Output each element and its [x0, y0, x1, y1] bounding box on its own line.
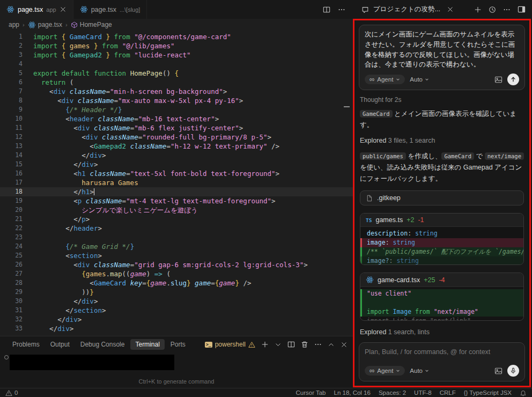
- panel-layout-icon[interactable]: [518, 5, 526, 13]
- code-line-24[interactable]: 24 {/* Game Grid */}: [0, 242, 353, 251]
- code-line-23[interactable]: 23: [0, 233, 353, 242]
- code-line-11[interactable]: 11 <div className="mb-6 flex justify-cen…: [0, 123, 353, 133]
- panel-tab-debug-console[interactable]: Debug Console: [76, 339, 130, 350]
- code-line-9[interactable]: 9 {/* Header */}: [0, 105, 353, 114]
- status-item-crlf[interactable]: CRLF: [440, 389, 456, 396]
- attach-image-icon[interactable]: [494, 367, 503, 375]
- status-item-cursor-tab[interactable]: Cursor Tab: [295, 389, 326, 396]
- diff-line: import Image from "next/image": [360, 307, 523, 317]
- status-item-ln-18-col-16[interactable]: Ln 18, Col 16: [334, 389, 371, 396]
- explored-summary[interactable]: Explored 3 files, 1 search: [360, 137, 524, 144]
- code-line-18[interactable]: 18 </h1>: [0, 187, 353, 196]
- code-token: [98, 42, 102, 50]
- code-line-2[interactable]: 2import { games } from "@/lib/games": [0, 41, 353, 50]
- code-token: }: [90, 288, 94, 296]
- status-item-utf-8[interactable]: UTF-8: [414, 389, 432, 396]
- panel-tab-ports[interactable]: Ports: [166, 339, 190, 350]
- code-line-33[interactable]: 33 </div>: [0, 324, 353, 333]
- editor-tab-page.tsx[interactable]: page.tsx...\[slug]: [73, 0, 147, 19]
- split-terminal-icon[interactable]: [287, 341, 295, 348]
- code-line-21[interactable]: 21 </p>: [0, 215, 353, 224]
- chat-input-box[interactable]: Plan, Build, / for commands, @ for conte…: [359, 342, 525, 381]
- diff-card-game-card.tsx[interactable]: game-card.tsx+25-4"use client" import Im…: [360, 273, 524, 321]
- code-line-15[interactable]: 15 </div>: [0, 160, 353, 169]
- attach-image-icon[interactable]: [494, 76, 503, 84]
- code-line-14[interactable]: 14 </div>: [0, 151, 353, 160]
- code-line-25[interactable]: 25 <section>: [0, 251, 353, 260]
- code-line-20[interactable]: 20 シンプルで楽しいミニゲームを遊ぼう: [0, 205, 353, 215]
- editor-tab-page.tsx[interactable]: page.tsxapp: [0, 0, 73, 19]
- code-line-10[interactable]: 10 <header className="mb-16 text-center"…: [0, 114, 353, 123]
- panel-tab-terminal[interactable]: Terminal: [130, 339, 164, 350]
- code-token: "lucide-react": [134, 51, 190, 59]
- code-line-17[interactable]: 17 harusara Games: [0, 178, 353, 187]
- kill-terminal-icon[interactable]: [301, 341, 308, 348]
- code-token: div: [65, 315, 78, 324]
- code-line-1[interactable]: 1import { GameCard } from "@/components/…: [0, 32, 353, 41]
- code-line-27[interactable]: 27 {games.map((game) => (: [0, 269, 353, 278]
- code-token: className: [86, 197, 122, 205]
- terminal-content[interactable]: Ctrl+K to generate command: [0, 351, 353, 388]
- history-icon[interactable]: [489, 6, 496, 13]
- code-line-30[interactable]: 30 </div>: [0, 297, 353, 306]
- split-editor-icon[interactable]: [323, 6, 330, 13]
- code-token: key: [130, 279, 143, 287]
- code-line-12[interactable]: 12 <div className="rounded-full bg-prima…: [0, 133, 353, 142]
- code-line-28[interactable]: 28 <GameCard key={game.slug} game={game}…: [0, 278, 353, 288]
- voice-button[interactable]: [507, 365, 519, 377]
- terminal-dropdown-icon[interactable]: [275, 341, 282, 348]
- diff-card-games.ts[interactable]: TSgames.ts+2-1description: stringimage: …: [360, 213, 524, 265]
- code-line-13[interactable]: 13 <Gamepad2 className="h-12 w-12 text-p…: [0, 142, 353, 151]
- thought-duration[interactable]: Thought for 2s: [360, 96, 524, 104]
- code-line-3[interactable]: 3import { Gamepad2 } from "lucide-react": [0, 50, 353, 60]
- model-selector[interactable]: Auto: [410, 76, 429, 83]
- code-token: <: [33, 115, 70, 123]
- chat-more-icon[interactable]: [503, 6, 511, 13]
- diff-card-header[interactable]: TSgames.ts+2-1: [360, 214, 523, 227]
- editor-more-icon[interactable]: [338, 6, 345, 13]
- tab-close-icon[interactable]: [60, 6, 66, 13]
- breadcrumb-item-HomePage[interactable]: HomePage: [71, 21, 112, 28]
- panel-header: ProblemsOutputDebug ConsoleTerminalPorts…: [0, 336, 353, 351]
- new-chat-icon[interactable]: [474, 6, 482, 13]
- breadcrumb-item-app[interactable]: app: [9, 21, 19, 28]
- code-line-31[interactable]: 31 </section>: [0, 306, 353, 315]
- agent-mode-pill[interactable]: ∞ Agent: [365, 366, 405, 376]
- panel-tab-problems[interactable]: Problems: [8, 339, 45, 350]
- code-line-32[interactable]: 32 </div>: [0, 315, 353, 324]
- send-button[interactable]: [507, 73, 519, 85]
- breadcrumb-item-page.tsx[interactable]: page.tsx: [28, 21, 62, 29]
- panel-tab-output[interactable]: Output: [46, 339, 75, 350]
- new-terminal-icon[interactable]: [261, 341, 269, 348]
- created-file-card[interactable]: .gitkeep: [360, 190, 524, 205]
- maximize-panel-icon[interactable]: [328, 341, 335, 348]
- status-item--typescript-jsx[interactable]: {} TypeScript JSX: [464, 389, 512, 396]
- agent-mode-pill[interactable]: ∞ Agent: [365, 75, 405, 84]
- code-line-26[interactable]: 26 <div className="grid gap-6 sm:grid-co…: [0, 260, 353, 269]
- terminal-shell-item[interactable]: >_ powershell: [205, 341, 255, 348]
- close-panel-icon[interactable]: [341, 341, 348, 348]
- code-line-16[interactable]: 16 <h1 className="text-5xl font-bold tex…: [0, 169, 353, 178]
- code-line-8[interactable]: 8 <div className="mx-auto max-w-5xl px-4…: [0, 96, 353, 105]
- code-line-text: </div>: [33, 324, 353, 333]
- chevron-down-icon: [425, 369, 429, 373]
- problems-status[interactable]: 0: [5, 389, 18, 396]
- chat-tab[interactable]: プロジェクトの攻勢...: [361, 5, 454, 14]
- model-selector[interactable]: Auto: [410, 367, 429, 374]
- code-token: =: [114, 97, 119, 105]
- code-line-19[interactable]: 19 <p className="mt-4 text-lg text-muted…: [0, 196, 353, 205]
- chat-close-icon[interactable]: [447, 6, 454, 13]
- code-line-7[interactable]: 7 <div className="min-h-screen bg-backgr…: [0, 87, 353, 96]
- code-editor[interactable]: 1import { GameCard } from "@/components/…: [0, 31, 353, 336]
- explored-summary[interactable]: Explored 1 search, lints: [360, 328, 524, 336]
- panel-more-icon[interactable]: [314, 341, 322, 348]
- code-line-6[interactable]: 6 return (: [0, 78, 353, 87]
- notifications-bell-icon[interactable]: [520, 389, 527, 396]
- diff-card-header[interactable]: game-card.tsx+25-4: [360, 273, 523, 287]
- code-line-4[interactable]: 4: [0, 60, 353, 69]
- status-item-spaces-2[interactable]: Spaces: 2: [379, 389, 406, 396]
- code-line-5[interactable]: 5export default function HomePage() {: [0, 69, 353, 78]
- code-line-22[interactable]: 22 </header>: [0, 224, 353, 233]
- code-line-text: harusara Games: [33, 178, 353, 187]
- code-line-29[interactable]: 29 ))}: [0, 288, 353, 297]
